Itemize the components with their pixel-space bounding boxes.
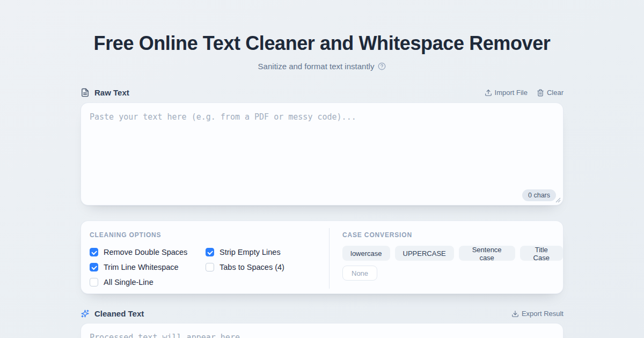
export-result-label: Export Result (522, 310, 564, 318)
output-placeholder-text: Processed text will appear here (90, 333, 240, 338)
cleaned-text-heading-group: Cleaned Text (80, 309, 144, 318)
checkbox-option-remove-double-spaces[interactable]: Remove Double Spaces (90, 247, 206, 257)
cleaning-options-heading: CLEANING OPTIONS (90, 231, 329, 239)
checkbox[interactable] (90, 278, 98, 286)
raw-text-heading: Raw Text (94, 88, 129, 97)
checkbox[interactable] (206, 263, 214, 271)
case-button-none[interactable]: None (342, 266, 377, 281)
help-icon[interactable] (378, 62, 386, 70)
file-text-icon (80, 88, 90, 97)
checkbox-option-strip-empty-lines[interactable]: Strip Empty Lines (206, 247, 329, 257)
checkbox-label: All Single-Line (104, 278, 153, 286)
raw-text-header: Raw Text Import File Clear (80, 88, 564, 97)
char-count-badge: 0 chars (522, 189, 556, 201)
export-result-button[interactable]: Export Result (511, 310, 564, 318)
checkbox[interactable] (206, 248, 214, 256)
case-conversion-section: CASE CONVERSION lowercase UPPERCASE Sent… (330, 221, 563, 293)
import-file-button[interactable]: Import File (485, 89, 528, 97)
checkbox-label: Remove Double Spaces (104, 248, 187, 256)
checkbox-label: Trim Line Whitespace (104, 263, 179, 271)
clear-button[interactable]: Clear (537, 89, 564, 97)
case-button-sentence-case[interactable]: Sentence case (459, 246, 515, 261)
upload-icon (485, 89, 492, 97)
cleaned-text-header: Cleaned Text Export Result (80, 309, 564, 318)
subtitle-row: Sanitize and format text instantly (80, 62, 564, 71)
checkbox-label: Tabs to Spaces (4) (219, 263, 284, 271)
checkbox-option-trim-line-whitespace[interactable]: Trim Line Whitespace (90, 262, 206, 272)
resize-handle-icon[interactable] (555, 197, 561, 203)
case-buttons-row: lowercase UPPERCASE Sentence case Title … (342, 246, 563, 261)
cleaning-options-grid: Remove Double Spaces Strip Empty Lines T… (90, 247, 329, 287)
cleaned-text-actions: Export Result (511, 310, 564, 318)
raw-text-heading-group: Raw Text (80, 88, 129, 97)
page-title: Free Online Text Cleaner and Whitespace … (80, 0, 564, 55)
sparkles-icon (80, 309, 90, 318)
case-conversion-heading: CASE CONVERSION (342, 231, 563, 239)
cleaned-text-heading: Cleaned Text (94, 309, 144, 318)
raw-text-input[interactable] (81, 103, 563, 205)
checkbox-option-tabs-to-spaces[interactable]: Tabs to Spaces (4) (206, 262, 329, 272)
checkbox[interactable] (90, 248, 98, 256)
case-button-uppercase[interactable]: UPPERCASE (395, 246, 454, 261)
clear-label: Clear (547, 89, 564, 97)
page-subtitle: Sanitize and format text instantly (258, 62, 375, 71)
import-file-label: Import File (495, 89, 528, 97)
download-icon (511, 310, 519, 318)
checkbox[interactable] (90, 263, 98, 271)
cleaning-options-section: CLEANING OPTIONS Remove Double Spaces St… (81, 221, 329, 293)
case-button-title-case[interactable]: Title Case (520, 246, 563, 261)
checkbox-option-all-single-line[interactable]: All Single-Line (90, 277, 206, 287)
checkbox-label: Strip Empty Lines (219, 248, 281, 256)
cleaned-text-output[interactable]: Processed text will appear here (80, 323, 564, 338)
none-button-row: None (342, 266, 563, 281)
trash-icon (537, 89, 544, 97)
options-card: CLEANING OPTIONS Remove Double Spaces St… (80, 221, 564, 294)
raw-text-panel: 0 chars (80, 102, 564, 205)
page-container: Free Online Text Cleaner and Whitespace … (80, 0, 564, 338)
raw-text-actions: Import File Clear (485, 89, 564, 97)
case-button-lowercase[interactable]: lowercase (342, 246, 390, 261)
